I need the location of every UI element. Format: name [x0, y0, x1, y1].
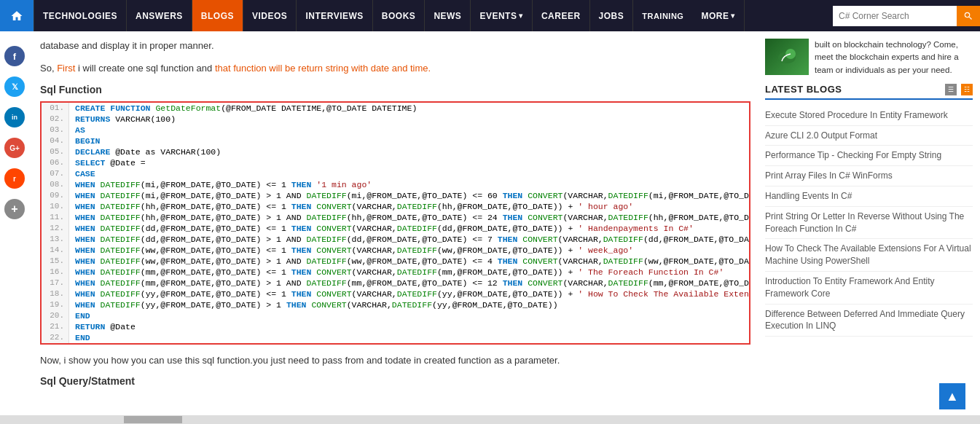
sidebar-thumb	[765, 39, 809, 75]
nav-books[interactable]: Books	[373, 0, 426, 31]
navbar: Technologies Answers Blogs Videos Interv…	[0, 0, 980, 31]
line-number: 03.	[42, 125, 69, 136]
code-line-row: 08.WHEN DATEDIFF(mi,@FROM_DATE,@TO_DATE)…	[42, 179, 750, 190]
line-number: 05.	[42, 146, 69, 157]
code-line-row: 02.RETURNS VARCHAR(100)	[42, 114, 750, 125]
social-googleplus[interactable]: G+	[4, 138, 25, 158]
line-code: END	[69, 310, 750, 321]
line-number: 19.	[42, 299, 69, 310]
blog-link-item[interactable]: Print Array Files In C# WinForms	[765, 166, 973, 187]
social-facebook[interactable]: f	[4, 46, 25, 66]
code-line-row: 06.SELECT @Date =	[42, 157, 750, 168]
nav-interviews[interactable]: Interviews	[297, 0, 372, 31]
code-line-row: 03.AS	[42, 125, 750, 136]
code-line-row: 11.WHEN DATEDIFF(hh,@FROM_DATE,@TO_DATE)…	[42, 212, 750, 223]
code-table: 01.CREATE FUNCTION GetDateFormat(@FROM_D…	[42, 103, 750, 343]
nav-news[interactable]: News	[425, 0, 471, 31]
search-button[interactable]	[957, 6, 980, 26]
feed-icon[interactable]: ☰	[945, 84, 957, 95]
social-twitter[interactable]: 𝕏	[4, 76, 25, 97]
line-number: 21.	[42, 321, 69, 332]
code-line-row: 04.BEGIN	[42, 136, 750, 146]
article-para2: So, First i will create one sql function…	[40, 61, 750, 76]
line-number: 07.	[42, 168, 69, 179]
line-number: 15.	[42, 256, 69, 267]
code-line-row: 14.WHEN DATEDIFF(ww,@FROM_DATE,@TO_DATE)…	[42, 245, 750, 256]
code-line-row: 22.END	[42, 332, 750, 343]
nav-career[interactable]: Career	[533, 0, 590, 31]
line-number: 20.	[42, 310, 69, 321]
line-code: AS	[69, 125, 750, 136]
line-number: 14.	[42, 245, 69, 256]
line-code: WHEN DATEDIFF(dd,@FROM_DATE,@TO_DATE) > …	[69, 234, 750, 245]
line-code: WHEN DATEDIFF(hh,@FROM_DATE,@TO_DATE) > …	[69, 212, 750, 223]
code-block[interactable]: 01.CREATE FUNCTION GetDateFormat(@FROM_D…	[40, 101, 750, 345]
code-line-row: 18.WHEN DATEDIFF(yy,@FROM_DATE,@TO_DATE)…	[42, 288, 750, 299]
nav-blogs[interactable]: Blogs	[192, 0, 243, 31]
line-number: 17.	[42, 278, 69, 288]
line-code: WHEN DATEDIFF(ww,@FROM_DATE,@TO_DATE) > …	[69, 256, 750, 267]
latest-blogs-title: LATEST BLOGS	[765, 84, 842, 95]
nav-more[interactable]: More	[692, 0, 745, 31]
line-number: 22.	[42, 332, 69, 343]
right-sidebar: built on blockchain technology? Come, me…	[761, 31, 980, 400]
blog-link-item[interactable]: Execute Stored Procedure In Entity Frame…	[765, 106, 973, 126]
line-number: 09.	[42, 190, 69, 201]
line-number: 02.	[42, 114, 69, 125]
line-code: WHEN DATEDIFF(hh,@FROM_DATE,@TO_DATE) <=…	[69, 201, 750, 212]
blog-link-item[interactable]: How To Check The Available Extensions Fo…	[765, 239, 973, 272]
blog-link-item[interactable]: Azure CLI 2.0 Output Format	[765, 126, 973, 146]
article-para1: database and display it in proper manner…	[40, 39, 750, 54]
social-reddit[interactable]: r	[4, 168, 25, 189]
search-input[interactable]	[833, 6, 957, 26]
line-code: WHEN DATEDIFF(mm,@FROM_DATE,@TO_DATE) <=…	[69, 267, 750, 278]
social-linkedin[interactable]: in	[4, 107, 25, 127]
blog-link-item[interactable]: Handling Events In C#	[765, 187, 973, 207]
line-code: END	[69, 332, 750, 343]
line-code: SELECT @Date =	[69, 157, 750, 168]
code-line-row: 16.WHEN DATEDIFF(mm,@FROM_DATE,@TO_DATE)…	[42, 267, 750, 278]
line-code: WHEN DATEDIFF(yy,@FROM_DATE,@TO_DATE) > …	[69, 299, 750, 310]
nav-technologies[interactable]: Technologies	[34, 0, 127, 31]
article-para3: Now, i show you how you can use this sql…	[40, 353, 750, 369]
line-code: WHEN DATEDIFF(dd,@FROM_DATE,@TO_DATE) <=…	[69, 223, 750, 234]
nav-events[interactable]: Events	[471, 0, 533, 31]
blog-links-container: Execute Stored Procedure In Entity Frame…	[765, 106, 973, 337]
blog-link-item[interactable]: Performance Tip - Checking For Empty Str…	[765, 146, 973, 166]
nav-training[interactable]: Training	[633, 0, 692, 31]
line-code: RETURNS VARCHAR(100)	[69, 114, 750, 125]
line-code: WHEN DATEDIFF(ww,@FROM_DATE,@TO_DATE) <=…	[69, 245, 750, 256]
line-code: WHEN DATEDIFF(mi,@FROM_DATE,@TO_DATE) <=…	[69, 179, 750, 190]
blog-link-item[interactable]: Print String Or Letter In Reverse Withou…	[765, 207, 973, 240]
nav-home[interactable]	[0, 0, 34, 31]
line-number: 16.	[42, 267, 69, 278]
line-code: WHEN DATEDIFF(mm,@FROM_DATE,@TO_DATE) > …	[69, 278, 750, 288]
code-line-row: 15.WHEN DATEDIFF(ww,@FROM_DATE,@TO_DATE)…	[42, 256, 750, 267]
line-number: 12.	[42, 223, 69, 234]
code-line-row: 07.CASE	[42, 168, 750, 179]
latest-blogs-icons: ☰ ☷	[945, 84, 973, 95]
line-number: 04.	[42, 136, 69, 146]
blog-link-item[interactable]: Difference Between Deferred And Immediat…	[765, 305, 973, 337]
rss-icon[interactable]: ☷	[961, 84, 973, 95]
nav-answers[interactable]: Answers	[127, 0, 192, 31]
line-code: RETURN @Date	[69, 321, 750, 332]
code-line-row: 21.RETURN @Date	[42, 321, 750, 332]
blog-link-item[interactable]: Introduction To Entity Framework And Ent…	[765, 272, 973, 305]
code-line-row: 19.WHEN DATEDIFF(yy,@FROM_DATE,@TO_DATE)…	[42, 299, 750, 310]
code-line-row: 05.DECLARE @Date as VARCHAR(100)	[42, 146, 750, 157]
section-heading-sql-query: Sql Query/Statment	[40, 375, 750, 387]
line-number: 11.	[42, 212, 69, 223]
nav-jobs[interactable]: Jobs	[590, 0, 634, 31]
latest-blogs-header: LATEST BLOGS ☰ ☷	[765, 84, 973, 100]
back-to-top-button[interactable]: ▲	[939, 383, 965, 400]
line-code: DECLARE @Date as VARCHAR(100)	[69, 146, 750, 157]
sidebar-promo-text: built on blockchain technology? Come, me…	[815, 39, 973, 76]
nav-videos[interactable]: Videos	[243, 0, 297, 31]
social-plus[interactable]: +	[4, 199, 25, 219]
code-line-row: 20.END	[42, 310, 750, 321]
line-code: CASE	[69, 168, 750, 179]
code-line-row: 10.WHEN DATEDIFF(hh,@FROM_DATE,@TO_DATE)…	[42, 201, 750, 212]
line-code: BEGIN	[69, 136, 750, 146]
line-number: 01.	[42, 103, 69, 114]
